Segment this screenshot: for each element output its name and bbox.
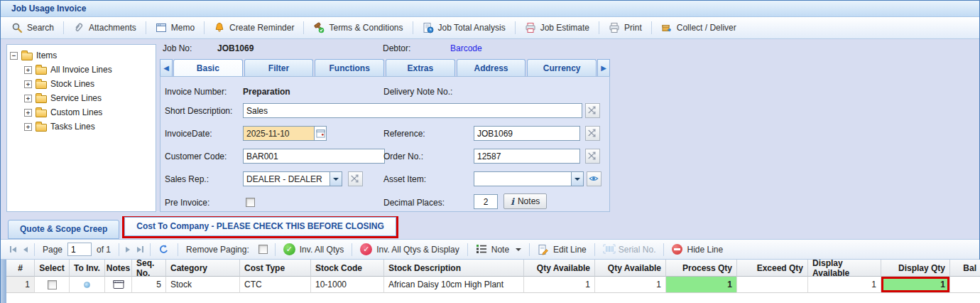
tab-currency[interactable]: Currency: [527, 59, 597, 77]
last-page-button[interactable]: [134, 242, 147, 257]
tab-scroll-left-button[interactable]: ◀: [160, 59, 173, 77]
col-header-seq-no[interactable]: Seq. No.: [132, 260, 166, 277]
short-description-lookup-button[interactable]: [585, 103, 600, 118]
collapse-icon[interactable]: [10, 52, 18, 60]
col-header-process-qty[interactable]: Process Qty: [666, 260, 737, 277]
sales-rep-select[interactable]: DEALER - DEALER: [243, 171, 342, 186]
asset-item-view-button[interactable]: [587, 171, 601, 186]
tab-quote-scope-creep[interactable]: Quote & Scope Creep: [8, 220, 119, 239]
grid-toolbar: Page of 1 Remove Paging: Inv. All Qtys I…: [1, 240, 979, 260]
col-header-bal[interactable]: Bal: [950, 260, 980, 277]
tab-functions[interactable]: Functions: [315, 59, 384, 77]
notes-cell[interactable]: [105, 277, 132, 293]
inv-all-qtys-button[interactable]: Inv. All Qtys: [278, 242, 349, 257]
col-header-display-available[interactable]: Display Available: [808, 260, 881, 277]
col-header-exceed-qty[interactable]: Exceed Qty: [737, 260, 808, 277]
dropdown-button[interactable]: [571, 172, 583, 186]
dropdown-button[interactable]: [330, 172, 342, 186]
job-usage-invoice-window: Job Usage Invoice Search Attachments Mem…: [0, 0, 980, 303]
sales-rep-lookup-button[interactable]: [348, 171, 363, 186]
tab-filter[interactable]: Filter: [244, 59, 314, 77]
col-header-num[interactable]: #: [6, 260, 35, 277]
customer-code-input[interactable]: [243, 149, 385, 164]
swap-arrows-icon: [587, 128, 599, 139]
page-number-input[interactable]: [67, 243, 92, 256]
select-cell[interactable]: [35, 277, 70, 293]
tab-extras[interactable]: Extras: [386, 59, 455, 77]
process-qty-cell[interactable]: 1: [666, 277, 737, 293]
edit-line-button[interactable]: Edit Line: [533, 242, 592, 257]
col-header-stock-code[interactable]: Stock Code: [311, 260, 384, 277]
first-page-button[interactable]: [6, 242, 20, 257]
tab-basic[interactable]: Basic: [173, 59, 243, 77]
short-description-input[interactable]: [243, 103, 582, 118]
display-qty-cell-highlighted[interactable]: 1: [881, 277, 950, 293]
to-inv-cell[interactable]: [70, 277, 105, 293]
note-dropdown-button[interactable]: Note: [471, 242, 526, 257]
col-header-select[interactable]: Select: [35, 260, 70, 277]
toolbar-separator: [63, 21, 64, 34]
create-reminder-button[interactable]: Create Reminder: [207, 19, 300, 36]
select-checkbox[interactable]: [48, 280, 57, 289]
next-page-button[interactable]: [122, 242, 134, 257]
toolbar-separator: [594, 243, 595, 256]
hide-line-button[interactable]: Hide Line: [667, 242, 728, 257]
row-number-cell: 1: [6, 277, 35, 293]
expand-icon[interactable]: [24, 109, 32, 117]
tree-item-service-lines[interactable]: Service Lines: [10, 91, 153, 105]
table-row[interactable]: 1 5 Stock CTC 10-1000 African Daisy 10cm…: [6, 277, 980, 293]
reference-input[interactable]: [474, 126, 580, 141]
refresh-button[interactable]: [153, 242, 175, 257]
asset-item-select[interactable]: [474, 171, 584, 186]
expand-icon[interactable]: [24, 66, 32, 74]
tree-item-stock-lines[interactable]: Stock Lines: [10, 77, 153, 91]
tab-scroll-right-button[interactable]: ▶: [597, 59, 610, 77]
expand-icon[interactable]: [24, 123, 32, 131]
print-button[interactable]: Print: [602, 19, 648, 36]
col-header-to-inv[interactable]: To Inv.: [70, 260, 105, 277]
order-no-lookup-button[interactable]: [585, 149, 600, 164]
order-no-input[interactable]: [474, 149, 580, 164]
tab-cost-to-company[interactable]: Cost To Company - PLEASE CHECK THIS BEFO…: [124, 217, 396, 236]
attachments-button[interactable]: Attachments: [67, 19, 143, 36]
reference-lookup-button[interactable]: [585, 126, 600, 141]
date-picker-button[interactable]: [314, 127, 326, 140]
search-button[interactable]: Search: [5, 19, 60, 36]
expand-icon[interactable]: [24, 80, 32, 88]
debtor-link[interactable]: Barcode: [450, 43, 482, 53]
memo-button[interactable]: Memo: [149, 19, 201, 36]
toolbar-separator: [515, 21, 516, 34]
col-header-notes[interactable]: Notes: [105, 260, 132, 277]
col-header-qty-available-2[interactable]: Qty Available: [595, 260, 666, 277]
col-header-stock-description[interactable]: Stock Description: [384, 260, 524, 277]
tree-item-tasks-lines[interactable]: Tasks Lines: [10, 119, 153, 134]
inv-all-qtys-display-button[interactable]: Inv. All Qtys & Display: [355, 242, 464, 257]
tab-address[interactable]: Address: [457, 59, 526, 77]
to-inv-dot-icon[interactable]: [84, 282, 90, 288]
notes-button-label: Notes: [518, 196, 540, 206]
col-header-qty-available-1[interactable]: Qty Available: [524, 260, 595, 277]
hide-minus-icon: [672, 244, 682, 255]
col-header-display-qty[interactable]: Display Qty: [881, 260, 950, 277]
job-estimate-button[interactable]: Job Estimate: [518, 19, 596, 36]
terms-conditions-button[interactable]: Terms & Conditions: [307, 19, 409, 36]
collect-deliver-button[interactable]: Collect / Deliver: [655, 19, 743, 36]
remove-paging-checkbox[interactable]: [258, 245, 268, 254]
job-total-analysis-button[interactable]: Job Total Analysis: [416, 19, 512, 36]
last-page-icon: [142, 246, 143, 253]
pre-invoice-checkbox[interactable]: [246, 198, 255, 207]
col-header-cost-type[interactable]: Cost Type: [240, 260, 311, 277]
tree-item-custom-lines[interactable]: Custom Lines: [10, 105, 153, 119]
invoice-date-field[interactable]: 2025-11-10: [243, 126, 327, 141]
job-no-value: JOB1069: [217, 43, 254, 53]
notes-button[interactable]: i Notes: [503, 193, 547, 209]
invoice-date-value[interactable]: 2025-11-10: [244, 129, 314, 139]
prev-page-button[interactable]: [20, 242, 31, 257]
chevron-down-icon: [333, 178, 339, 181]
tree-item-items[interactable]: Items: [10, 48, 153, 63]
red-check-icon: [360, 243, 372, 255]
decimal-places-input[interactable]: [474, 194, 498, 209]
tree-item-all-invoice-lines[interactable]: All Invoice Lines: [10, 63, 153, 77]
col-header-category[interactable]: Category: [166, 260, 240, 277]
expand-icon[interactable]: [24, 95, 32, 102]
